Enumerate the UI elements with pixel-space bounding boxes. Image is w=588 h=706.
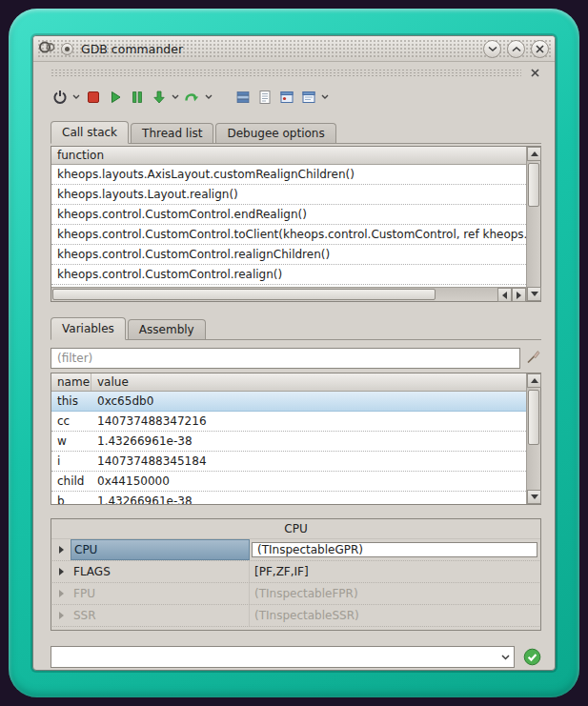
triangle-right-icon <box>59 568 64 575</box>
expand-button[interactable] <box>52 561 71 582</box>
cpu-row[interactable]: FLAGS [PF,ZF,IF] <box>52 561 539 583</box>
scrollbar-thumb[interactable] <box>528 163 539 207</box>
cpu-register-value: (TInspectableFPR) <box>250 583 539 604</box>
expand-button[interactable] <box>52 583 71 604</box>
cpu-register-group[interactable]: SSR <box>71 605 250 626</box>
tab-call-stack[interactable]: Call stack <box>51 121 129 144</box>
variable-row[interactable]: w 1.43266961e-38 <box>51 432 526 452</box>
callstack-row[interactable]: kheops.layouts.Layout.realign() <box>51 185 526 205</box>
scroll-up-button[interactable] <box>527 147 541 161</box>
scrollbar-thumb[interactable] <box>528 390 539 445</box>
variable-row[interactable]: cc 140737488347216 <box>51 412 526 432</box>
dock-grip-texture[interactable] <box>51 69 521 77</box>
tab-debugee-options[interactable]: Debugee options <box>215 123 335 143</box>
power-button[interactable] <box>49 86 71 109</box>
send-command-button[interactable] <box>522 648 541 667</box>
column-function[interactable]: function <box>51 147 110 164</box>
cpu-row[interactable]: CPU (TInspectableGPR) <box>52 539 539 561</box>
callstack-row[interactable]: kheops.control.CustomControl.endRealign(… <box>51 205 526 225</box>
step-into-button[interactable] <box>148 86 170 109</box>
scroll-down-button[interactable] <box>527 490 541 504</box>
windows-menu-dropdown-button[interactable] <box>319 86 331 109</box>
command-combobox[interactable] <box>51 646 515 668</box>
step-over-dropdown-button[interactable] <box>203 86 214 109</box>
triangle-left-icon <box>502 292 507 299</box>
window-icon <box>301 90 316 105</box>
variable-value: 1.43266961e-38 <box>91 494 526 504</box>
scroll-up-button[interactable] <box>527 373 541 388</box>
close-window-button[interactable] <box>531 40 549 58</box>
scrollbar-track[interactable] <box>527 388 540 490</box>
tab-variables[interactable]: Variables <box>51 317 126 340</box>
maximize-button[interactable] <box>507 40 525 58</box>
callstack-rows: kheops.layouts.AxisLayout.customRealignC… <box>51 165 526 287</box>
variable-row[interactable]: i 140737488345184 <box>51 452 526 472</box>
pin-button[interactable] <box>61 43 73 55</box>
clear-filter-button[interactable] <box>525 349 541 369</box>
tab-thread-list[interactable]: Thread list <box>131 123 213 143</box>
check-icon <box>523 648 541 666</box>
close-icon <box>536 45 544 53</box>
chevron-down-icon <box>172 94 179 100</box>
cpu-inspector: CPU CPU (TInspectableGPR) FLAGS [PF,ZF,I… <box>51 518 541 631</box>
curved-arrow-icon <box>184 90 200 105</box>
vertical-scrollbar[interactable] <box>526 373 540 504</box>
filter-input[interactable] <box>51 348 520 369</box>
pause-icon <box>130 90 145 105</box>
pause-button[interactable] <box>126 86 148 109</box>
callstack-row[interactable]: kheops.control.CustomControl.realignChil… <box>51 245 526 265</box>
scroll-left-button[interactable] <box>497 288 512 302</box>
scrollbar-track[interactable] <box>51 288 497 301</box>
cpu-register-group[interactable]: CPU <box>71 539 250 560</box>
callstack-row[interactable]: kheops.control.CustomControl.realign() <box>51 265 526 285</box>
vertical-scrollbar[interactable] <box>526 147 540 301</box>
cpu-row[interactable]: FPU (TInspectableFPR) <box>52 583 539 605</box>
cpu-register-value: [PF,ZF,IF] <box>250 561 539 582</box>
window-frame: GDB commander <box>9 9 579 697</box>
dock-handle[interactable] <box>51 66 541 79</box>
stack-tabbar: Call stack Thread list Debugee options <box>51 121 541 144</box>
document-icon <box>257 90 273 105</box>
minimize-button[interactable] <box>483 40 501 58</box>
scrollbar-track[interactable] <box>527 161 540 287</box>
variable-row[interactable]: this 0xc65db0 <box>51 392 526 412</box>
window-icon <box>279 90 294 105</box>
dock-close-button[interactable] <box>528 66 541 79</box>
variable-row[interactable]: b 1.43266961e-38 <box>51 492 526 504</box>
scroll-right-button[interactable] <box>512 288 526 302</box>
combo-dropdown-button[interactable] <box>497 647 514 667</box>
column-value[interactable]: value <box>91 373 134 391</box>
run-button[interactable] <box>104 86 126 109</box>
scrollbar-thumb[interactable] <box>52 289 436 300</box>
titlebar[interactable]: GDB commander <box>33 36 555 62</box>
stack-list-button[interactable] <box>232 86 253 109</box>
step-over-button[interactable] <box>181 86 203 109</box>
stop-button[interactable] <box>82 86 104 109</box>
callstack-row[interactable]: kheops.control.CustomControl.toClient(kh… <box>51 225 526 245</box>
power-dropdown-button[interactable] <box>71 86 82 109</box>
windows-menu-button[interactable] <box>297 86 319 109</box>
callstack-row[interactable]: kheops.layouts.AxisLayout.customRealignC… <box>51 165 526 185</box>
expand-button[interactable] <box>52 539 71 560</box>
cpu-register-group[interactable]: FPU <box>71 583 250 604</box>
variable-name: this <box>51 394 91 408</box>
breakpoints-window-button[interactable] <box>275 86 297 109</box>
tab-assembly[interactable]: Assembly <box>128 319 206 339</box>
variable-name: b <box>51 494 91 504</box>
horizontal-scrollbar[interactable] <box>51 287 526 301</box>
cpu-register-group[interactable]: FLAGS <box>71 561 250 582</box>
command-input[interactable] <box>51 647 497 667</box>
cpu-row[interactable]: SSR (TInspectableSSR) <box>52 605 539 627</box>
broom-icon <box>525 349 541 365</box>
scroll-down-button[interactable] <box>527 287 541 301</box>
play-icon <box>108 90 123 105</box>
variable-row[interactable]: child 0x44150000 <box>51 472 526 492</box>
output-list-button[interactable] <box>253 86 275 109</box>
variable-name: cc <box>51 414 91 428</box>
step-into-dropdown-button[interactable] <box>170 86 181 109</box>
stop-icon <box>86 90 101 105</box>
expand-button[interactable] <box>52 605 71 626</box>
column-name[interactable]: name <box>51 373 91 391</box>
arrow-down-icon <box>152 90 167 105</box>
cpu-value-editor[interactable]: (TInspectableGPR) <box>252 542 537 557</box>
